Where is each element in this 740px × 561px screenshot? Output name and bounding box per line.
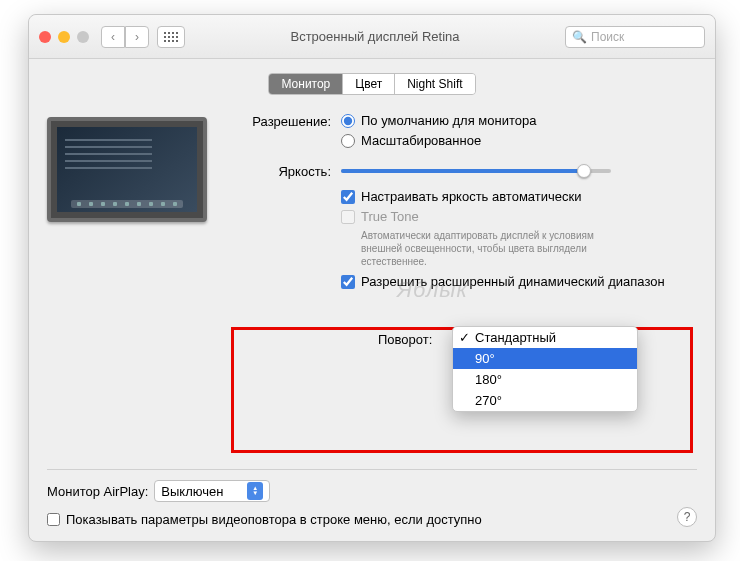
tab-color[interactable]: Цвет <box>343 74 395 94</box>
settings-form: Разрешение: По умолчанию для монитора Ма… <box>225 113 697 304</box>
footer: Монитор AirPlay: Выключен ▲▼ Показывать … <box>47 449 697 527</box>
content: Монитор Цвет Night Shift Разрешение: <box>29 59 715 541</box>
traffic-lights <box>39 31 89 43</box>
resolution-scaled-radio[interactable]: Масштабированное <box>341 133 697 148</box>
tabs: Монитор Цвет Night Shift <box>47 73 697 95</box>
airplay-select[interactable]: Выключен ▲▼ <box>154 480 270 502</box>
auto-brightness-checkbox[interactable]: Настраивать яркость автоматически <box>341 189 697 204</box>
back-button[interactable]: ‹ <box>101 26 125 48</box>
search-icon: 🔍 <box>572 30 587 44</box>
truetone-checkbox[interactable]: True Tone <box>341 209 697 224</box>
nav-buttons: ‹ › <box>101 26 149 48</box>
rotation-dropdown[interactable]: Стандартный 90° 180° 270° <box>452 326 638 412</box>
rotation-label: Поворот: <box>378 332 432 347</box>
close-icon[interactable] <box>39 31 51 43</box>
brightness-label: Яркость: <box>225 163 341 179</box>
zoom-icon <box>77 31 89 43</box>
airplay-label: Монитор AirPlay: <box>47 484 148 499</box>
titlebar: ‹ › Встроенный дисплей Retina 🔍 Поиск <box>29 15 715 59</box>
help-button[interactable]: ? <box>677 507 697 527</box>
mirror-checkbox[interactable]: Показывать параметры видеоповтора в стро… <box>47 512 697 527</box>
tab-nightshift[interactable]: Night Shift <box>395 74 474 94</box>
rotation-option-standard[interactable]: Стандартный <box>453 327 637 348</box>
highlight-box: Поворот: Стандартный 90° 180° 270° <box>231 327 693 453</box>
minimize-icon[interactable] <box>58 31 70 43</box>
window-title: Встроенный дисплей Retina <box>185 29 565 44</box>
resolution-default-radio[interactable]: По умолчанию для монитора <box>341 113 697 128</box>
chevron-updown-icon: ▲▼ <box>247 482 263 500</box>
hdr-checkbox[interactable]: Разрешить расширенный динамический диапа… <box>341 274 697 289</box>
truetone-description: Автоматически адаптировать дисплей к усл… <box>361 229 631 268</box>
rotation-option-270[interactable]: 270° <box>453 390 637 411</box>
rotation-option-180[interactable]: 180° <box>453 369 637 390</box>
show-all-button[interactable] <box>157 26 185 48</box>
preferences-window: ‹ › Встроенный дисплей Retina 🔍 Поиск Мо… <box>28 14 716 542</box>
display-thumbnail <box>47 117 207 222</box>
search-input[interactable]: 🔍 Поиск <box>565 26 705 48</box>
tab-monitor[interactable]: Монитор <box>269 74 343 94</box>
rotation-option-90[interactable]: 90° <box>453 348 637 369</box>
brightness-slider[interactable] <box>341 169 611 173</box>
forward-button[interactable]: › <box>125 26 149 48</box>
resolution-label: Разрешение: <box>225 113 341 129</box>
